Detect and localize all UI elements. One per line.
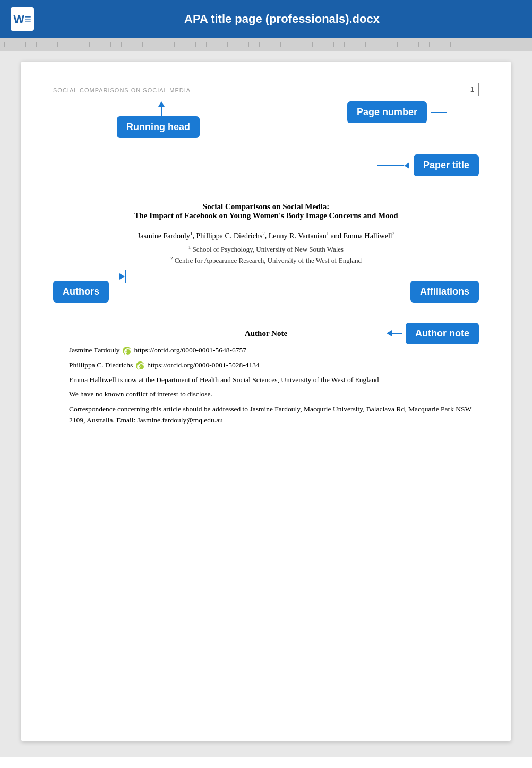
conflict-note-line: We have no known conflict of interest to…: [53, 389, 479, 400]
paper-title-line2: The Impact of Facebook on Young Women's …: [53, 211, 479, 220]
title-bar: W≡ APA title page (professionals).docx: [0, 0, 532, 38]
author3-note-line: Emma Halliwell is now at the Department …: [53, 374, 479, 386]
page-number-annotation: Page number: [347, 101, 447, 123]
affiliations-label: Affiliations: [410, 281, 479, 303]
paper-title-line1: Social Comparisons on Social Media:: [53, 202, 479, 211]
page-number-area: 1: [466, 83, 479, 96]
running-head-anno: Running head Page number: [53, 101, 479, 149]
document-title: APA title page (professionals).docx: [42, 12, 521, 26]
document-page: SOCIAL COMPARISONS ON SOCIAL MEDIA 1 Run…: [21, 62, 511, 741]
authors-affiliations-section: Jasmine Fardouly1, Phillippa C. Diedrich…: [53, 231, 479, 265]
ruler-marks: [4, 42, 528, 47]
word-icon: W≡: [11, 7, 34, 31]
paper-title-anno-row: Paper title: [53, 149, 479, 186]
running-head-text: SOCIAL COMPARISONS ON SOCIAL MEDIA: [53, 87, 191, 93]
author2-orcid-line: Phillippa C. Diedrichs https://orcid.org…: [53, 359, 479, 371]
affiliation-2: 2 Centre for Appearance Research, Univer…: [53, 256, 479, 265]
page-number-box: 1: [466, 83, 479, 96]
bottom-bar: Scribbr: [0, 757, 532, 768]
correspondence-line: Correspondence concerning this article s…: [53, 403, 479, 426]
author-note-heading: Author Note: [245, 329, 287, 338]
authors-label: Authors: [53, 281, 109, 303]
author1-orcid-line: Jasmine Fardouly https://orcid.org/0000-…: [53, 344, 479, 356]
authors-line: Jasmine Fardouly1, Phillippa C. Diedrich…: [53, 231, 479, 240]
doc-header: SOCIAL COMPARISONS ON SOCIAL MEDIA 1: [53, 83, 479, 96]
annotation-zone: SOCIAL COMPARISONS ON SOCIAL MEDIA 1 Run…: [53, 83, 479, 426]
author-note-section: Author Note Author note Jasmine Fardo: [53, 329, 479, 426]
page-outer: SOCIAL COMPARISONS ON SOCIAL MEDIA 1 Run…: [0, 51, 532, 757]
ruler: [0, 38, 532, 51]
orcid-icon-1: [123, 347, 131, 355]
author-note-content: Jasmine Fardouly https://orcid.org/0000-…: [53, 344, 479, 426]
running-head-arrow-up: [158, 101, 165, 107]
authors-affil-anno: Authors Affiliations: [53, 270, 479, 318]
affiliation-1: 1 School of Psychology, University of Ne…: [53, 245, 479, 254]
paper-title-section: Social Comparisons on Social Media: The …: [53, 202, 479, 220]
author-note-label: Author note: [406, 323, 479, 344]
orcid-icon-2: [136, 361, 144, 370]
author1-name: Jasmine Fardouly: [138, 232, 190, 240]
paper-title-label: Paper title: [414, 154, 479, 176]
running-head-label: Running head: [117, 116, 200, 138]
